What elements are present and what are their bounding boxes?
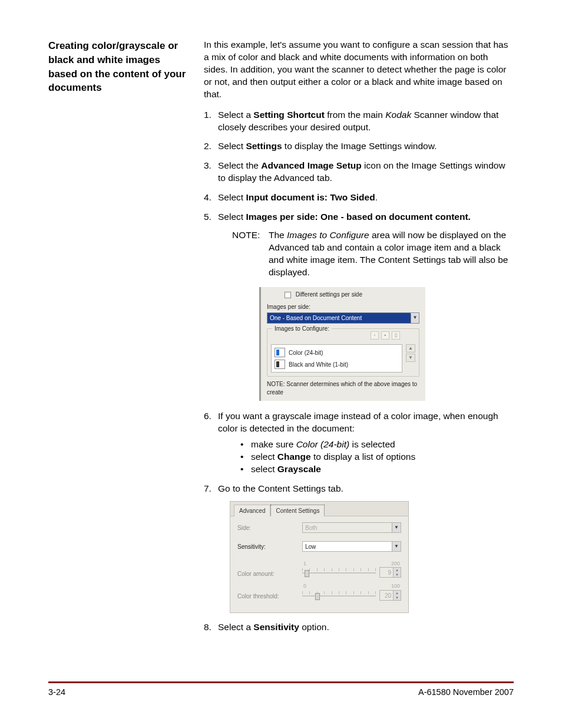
slider-thumb-icon[interactable] (315, 593, 320, 600)
note-label: NOTE: (232, 229, 265, 279)
chevron-down-icon[interactable]: ▼ (392, 542, 401, 551)
step-7: 7. Go to the Content Settings tab. Advan… (204, 483, 514, 613)
move-up-icon[interactable]: ▲ (406, 344, 415, 353)
section-heading: Creating color/grayscale or black and wh… (48, 39, 187, 640)
list-item-color[interactable]: Color (24-bit) (273, 347, 400, 358)
spin-down-icon[interactable]: ▼ (393, 595, 401, 600)
step-5-note: NOTE: The Images to Configure area will … (218, 229, 514, 279)
images-per-side-combo[interactable]: One - Based on Document Content ▼ (267, 312, 419, 324)
tab-content-settings[interactable]: Content Settings (270, 505, 325, 517)
bullet-3: select Grayscale (240, 463, 514, 476)
sensitivity-select[interactable]: Low ▼ (302, 541, 401, 552)
tab-body: Side: Both ▼ Sensitivity: Low ▼ (230, 516, 408, 606)
group-toolbar: ▫ ▪ ▯ (371, 331, 400, 340)
step-3: 3. Select the Advanced Image Setup icon … (204, 160, 514, 185)
color-threshold-min: 0 (303, 582, 306, 589)
tabs-row: Advanced Content Settings (230, 502, 408, 517)
page-number: 3-24 (48, 687, 65, 699)
chevron-down-icon: ▼ (392, 523, 401, 532)
chevron-down-icon[interactable]: ▼ (411, 314, 419, 323)
step-4: 4. Select Input document is: Two Sided. (204, 192, 514, 204)
color-threshold-label: Color threshold: (237, 592, 302, 601)
page-footer: 3-24 A-61580 November 2007 (48, 681, 514, 699)
change-icon[interactable]: ▪ (381, 331, 389, 340)
color-threshold-row: Color threshold: 0 100 (237, 582, 401, 600)
checkbox-label: Different settings per side (296, 291, 362, 298)
delete-icon[interactable]: ▯ (392, 331, 400, 340)
color-threshold-max: 100 (391, 582, 400, 589)
step-5: 5. Select Images per side: One - based o… (204, 211, 514, 401)
note-text: The Images to Configure area will now be… (269, 229, 514, 279)
images-per-side-label: Images per side: (267, 303, 419, 311)
doc-id-date: A-61580 November 2007 (418, 687, 514, 699)
screenshot-images-to-configure: Different settings per side Images per s… (259, 287, 425, 401)
move-down-icon[interactable]: ▼ (406, 354, 415, 362)
color-threshold-spinner[interactable]: 20 ▲▼ (379, 590, 401, 601)
color-amount-label: Color amount: (237, 570, 302, 578)
bw-thumb-icon (275, 360, 285, 369)
list-item-bw[interactable]: Black and White (1-bit) (273, 358, 400, 370)
combo-value: One - Based on Document Content (267, 313, 411, 324)
side-row: Side: Both ▼ (237, 522, 401, 533)
add-icon[interactable]: ▫ (371, 331, 379, 340)
color-amount-slider[interactable] (302, 568, 376, 577)
color-thumb-icon (275, 348, 285, 357)
color-amount-spinner[interactable]: 9 ▲▼ (379, 567, 401, 578)
color-threshold-slider[interactable] (302, 591, 376, 599)
sensitivity-label: Sensitivity: (237, 543, 302, 551)
step-6: 6. If you want a grayscale image instead… (204, 410, 514, 476)
spin-up-icon[interactable]: ▲ (393, 568, 401, 572)
step-6-bullets: make sure Color (24-bit) is selected sel… (218, 439, 514, 476)
side-select[interactable]: Both ▼ (302, 522, 401, 533)
content-row: Creating color/grayscale or black and wh… (48, 39, 514, 640)
intro-paragraph: In this example, let's assume you want t… (204, 39, 514, 101)
bullet-2: select Change to display a list of optio… (240, 451, 514, 463)
steps-list: 1. Select a Setting Shortcut from the ma… (204, 109, 514, 634)
sensitivity-row: Sensitivity: Low ▼ (237, 541, 401, 552)
images-to-configure-group: Images to Configure: ▫ ▪ ▯ Col (267, 328, 419, 377)
spin-down-icon[interactable]: ▼ (393, 572, 401, 577)
reorder-buttons: ▲ ▼ (406, 344, 415, 373)
screenshot-footnote: NOTE: Scanner determines which of the ab… (267, 380, 419, 396)
step-2: 2. Select Settings to display the Image … (204, 140, 514, 153)
step-8: 8. Select a Sensitivity option. (204, 621, 514, 634)
bullet-1: make sure Color (24-bit) is selected (240, 439, 514, 451)
body-column: In this example, let's assume you want t… (204, 39, 514, 640)
checkbox-row: Different settings per side (267, 291, 419, 299)
document-page: Creating color/grayscale or black and wh… (0, 0, 562, 728)
side-label: Side: (237, 524, 302, 532)
color-amount-min: 1 (303, 560, 306, 567)
group-title: Images to Configure: (272, 325, 332, 333)
color-amount-max: 200 (391, 560, 400, 567)
spin-up-icon[interactable]: ▲ (393, 591, 401, 595)
tab-advanced[interactable]: Advanced (234, 505, 270, 517)
color-amount-row: Color amount: 1 200 (237, 560, 401, 578)
checkbox-different-settings[interactable] (285, 292, 291, 298)
step-1: 1. Select a Setting Shortcut from the ma… (204, 109, 514, 134)
image-list: Color (24-bit) Black and White (1-bit) (271, 344, 402, 373)
slider-thumb-icon[interactable] (305, 570, 309, 577)
screenshot-content-settings: Advanced Content Settings Side: Both ▼ (230, 501, 409, 613)
